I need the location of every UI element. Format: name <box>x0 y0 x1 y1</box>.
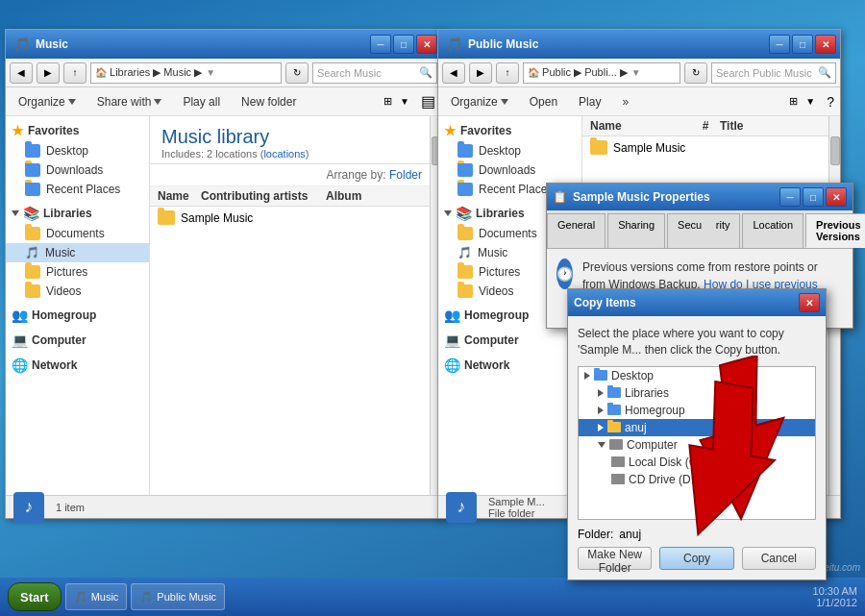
nav-downloads-1[interactable]: Downloads <box>6 160 149 180</box>
back-btn-1[interactable]: ◀ <box>10 62 33 84</box>
close-btn-1[interactable]: ✕ <box>416 35 437 54</box>
prop-title-bar: 📋 Sample Music Properties ─ □ ✕ <box>547 184 853 210</box>
cancel-btn[interactable]: Cancel <box>742 547 816 570</box>
computer-icon-2: 💻 <box>444 333 460 348</box>
maximize-btn-2[interactable]: □ <box>792 35 813 54</box>
tab-general[interactable]: General <box>547 213 606 248</box>
up-btn-2[interactable]: ↑ <box>496 62 519 84</box>
main-content-1: ★ Favorites Desktop Downloads Recent Pla… <box>6 116 441 495</box>
copy-title: Copy Items <box>574 296 636 309</box>
nav-music-1[interactable]: 🎵 Music <box>6 243 149 262</box>
minimize-btn-1[interactable]: ─ <box>370 35 391 54</box>
view-arrow-2[interactable]: ▼ <box>805 96 815 107</box>
computer-icon-1: 💻 <box>12 333 28 348</box>
arrange-value-1[interactable]: Folder <box>389 168 422 182</box>
view-toggle-1[interactable]: ⊞ <box>383 95 392 108</box>
scrollbar-thumb-2[interactable] <box>830 136 840 165</box>
nav-videos-1[interactable]: Videos <box>6 282 149 301</box>
tree-computer-arrow <box>598 442 606 448</box>
prop-close-btn[interactable]: ✕ <box>826 187 847 207</box>
tree-local-disk[interactable]: Local Disk (C:) <box>579 454 815 471</box>
copy-tree[interactable]: Desktop Libraries Homegroup anuj <box>578 366 816 520</box>
tab-sharing[interactable]: Sharing <box>607 213 665 248</box>
sample-music-folder-icon-1 <box>158 210 175 225</box>
star-icon-1: ★ <box>12 123 24 138</box>
open-btn-2[interactable]: Open <box>523 92 564 111</box>
prop-min-btn[interactable]: ─ <box>779 187 801 207</box>
refresh-btn-1[interactable]: ↻ <box>285 62 309 84</box>
start-button[interactable]: Start <box>8 582 62 611</box>
libraries-header-1[interactable]: 📚 Libraries <box>6 203 149 224</box>
nav-recent-1[interactable]: Recent Places <box>6 180 149 199</box>
tree-desktop[interactable]: Desktop <box>579 367 815 384</box>
view-toggle-2[interactable]: ⊞ <box>789 95 798 108</box>
homegroup-header-1[interactable]: 👥 Homegroup <box>6 305 149 326</box>
title-bar-2: 🎵 Public Music ─ □ ✕ <box>438 30 840 59</box>
copy-close-btn[interactable]: ✕ <box>799 293 820 312</box>
libraries-expand-1 <box>12 210 19 216</box>
back-btn-2[interactable]: ◀ <box>442 62 465 84</box>
clock: 10:30 AM 1/1/2012 <box>813 585 857 608</box>
title-bar-1: 🎵 Music ─ □ ✕ <box>6 30 441 59</box>
refresh-btn-2[interactable]: ↻ <box>684 62 707 84</box>
forward-btn-1[interactable]: ▶ <box>37 62 60 84</box>
file-item-sample-music-2[interactable]: Sample Music <box>582 136 828 159</box>
favorites-header-2[interactable]: ★ Favorites <box>438 120 581 141</box>
computer-header-1[interactable]: 💻 Computer <box>6 330 149 351</box>
favorites-header-1[interactable]: ★ Favorites <box>6 120 149 141</box>
file-item-sample-music-1[interactable]: Sample Music <box>150 207 430 229</box>
view-arrow-1[interactable]: ▼ <box>400 96 409 107</box>
more-btn-2[interactable]: » <box>615 92 635 111</box>
share-with-btn-1[interactable]: Share with <box>90 92 169 111</box>
computer-header-2[interactable]: 💻 Computer <box>438 330 581 351</box>
share-arrow-1 <box>154 99 161 105</box>
tree-homegroup[interactable]: Homegroup <box>579 402 815 419</box>
nav-downloads-2[interactable]: Downloads <box>438 160 581 180</box>
pane-btn-1[interactable]: ▤ <box>421 92 435 111</box>
explorer-window-1: 🎵 Music ─ □ ✕ ◀ ▶ ↑ 🏠 Libraries ▶ Music … <box>5 29 442 519</box>
prop-max-btn[interactable]: □ <box>803 187 824 207</box>
tab-security[interactable]: Securityrity <box>667 213 740 248</box>
play-all-btn-1[interactable]: Play all <box>176 92 227 111</box>
libraries-icon-1: 📚 <box>23 206 39 221</box>
play-btn-2[interactable]: Play <box>572 92 607 111</box>
network-header-2[interactable]: 🌐 Network <box>438 355 581 376</box>
tree-anuj[interactable]: anuj <box>579 419 815 436</box>
locations-link-1[interactable]: locations <box>263 148 305 160</box>
taskbar-item-music[interactable]: 🎵 Music <box>65 583 128 610</box>
copy-btn[interactable]: Copy <box>659 547 733 570</box>
up-btn-1[interactable]: ↑ <box>63 62 86 84</box>
tree-libraries[interactable]: Libraries <box>579 384 815 402</box>
search-field-2[interactable]: Search Public Music 🔍 <box>711 62 836 84</box>
prop-title: Sample Music Properties <box>573 190 710 204</box>
nav-desktop-1[interactable]: Desktop <box>6 141 149 160</box>
minimize-btn-2[interactable]: ─ <box>769 35 790 54</box>
forward-btn-2[interactable]: ▶ <box>469 62 492 84</box>
tab-location[interactable]: Location <box>742 213 803 248</box>
close-btn-2[interactable]: ✕ <box>815 35 836 54</box>
videos-icon-1 <box>25 284 40 298</box>
nav-desktop-2[interactable]: Desktop <box>438 141 581 160</box>
network-header-1[interactable]: 🌐 Network <box>6 355 149 376</box>
organize-btn-1[interactable]: Organize <box>12 92 83 111</box>
tree-cd-drive[interactable]: CD Drive (D:) <box>579 471 815 488</box>
new-folder-btn-1[interactable]: New folder <box>235 92 303 111</box>
address-field-2[interactable]: 🏠 Public ▶ Publi... ▶ ▼ <box>523 62 680 84</box>
search-placeholder-2: Search Public Music <box>716 67 812 79</box>
make-new-folder-btn[interactable]: Make New Folder <box>578 547 652 570</box>
nav-documents-1[interactable]: Documents <box>6 224 149 243</box>
network-icon-1: 🌐 <box>12 357 28 373</box>
organize-btn-2[interactable]: Organize <box>444 92 515 111</box>
address-field-1[interactable]: 🏠 Libraries ▶ Music ▶ ▼ <box>90 62 282 84</box>
nav-pictures-1[interactable]: Pictures <box>6 262 149 282</box>
maximize-btn-1[interactable]: □ <box>393 35 414 54</box>
col-num-2: # <box>691 119 720 133</box>
col-name-2: Name <box>590 119 691 133</box>
help-btn-2[interactable]: ? <box>827 94 834 110</box>
taskbar-item-public[interactable]: 🎵 Public Music <box>131 583 225 610</box>
tree-cd-drive-icon <box>611 474 625 484</box>
col-album-1: Album <box>326 189 422 203</box>
search-field-1[interactable]: Search Music 🔍 <box>312 62 437 84</box>
tree-computer[interactable]: Computer <box>579 436 815 454</box>
tab-previous-versions[interactable]: Previous Versions <box>805 213 865 248</box>
